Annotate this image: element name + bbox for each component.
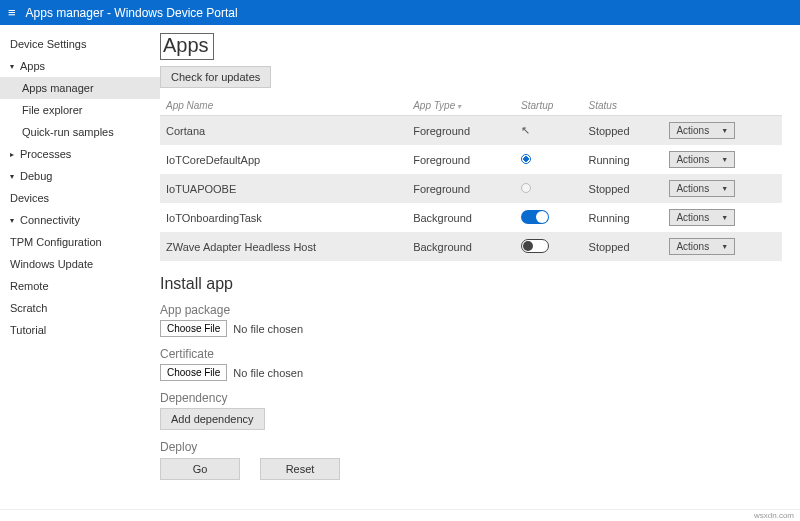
actions-dropdown[interactable]: Actions▼ (669, 151, 735, 168)
radio-off-icon (521, 183, 531, 193)
page-title: Apps (160, 33, 214, 60)
go-button[interactable]: Go (160, 458, 240, 480)
actions-dropdown[interactable]: Actions▼ (669, 238, 735, 255)
chevron-down-icon: ▼ (721, 214, 728, 221)
cell-startup[interactable] (515, 174, 583, 203)
actions-dropdown[interactable]: Actions▼ (669, 180, 735, 197)
table-row: IoTCoreDefaultApp Foreground Running Act… (160, 145, 782, 174)
actions-dropdown[interactable]: Actions▼ (669, 122, 735, 139)
title-bar: ≡ Apps manager - Windows Device Portal (0, 0, 800, 25)
table-row: Cortana Foreground ↖ Stopped Actions▼ (160, 116, 782, 146)
cursor-icon: ↖ (521, 124, 530, 137)
check-updates-button[interactable]: Check for updates (160, 66, 271, 88)
cell-app-name: Cortana (160, 116, 407, 146)
col-actions (663, 96, 782, 116)
nav-scratch[interactable]: Scratch (0, 297, 160, 319)
chevron-down-icon: ▼ (721, 156, 728, 163)
reset-button[interactable]: Reset (260, 458, 340, 480)
add-dependency-button[interactable]: Add dependency (160, 408, 265, 430)
toggle-on-icon (521, 210, 549, 224)
choose-file-package-button[interactable]: Choose File (160, 320, 227, 337)
col-startup[interactable]: Startup (515, 96, 583, 116)
cell-app-name: IoTUAPOOBE (160, 174, 407, 203)
dependency-label: Dependency (160, 391, 782, 405)
cell-app-type: Foreground (407, 174, 515, 203)
cell-app-name: IoTOnboardingTask (160, 203, 407, 232)
cell-startup[interactable]: ↖ (515, 116, 583, 146)
hamburger-icon[interactable]: ≡ (8, 5, 16, 20)
nav-devices[interactable]: Devices (0, 187, 160, 209)
sort-icon: ▾ (457, 102, 461, 111)
nav-connectivity[interactable]: Connectivity (0, 209, 160, 231)
nav-debug[interactable]: Debug (0, 165, 160, 187)
sidebar: Device Settings Apps Apps manager File e… (0, 25, 160, 509)
cell-startup[interactable] (515, 145, 583, 174)
col-status[interactable]: Status (583, 96, 664, 116)
toggle-off-icon (521, 239, 549, 253)
cell-app-type: Foreground (407, 116, 515, 146)
cell-status: Stopped (583, 174, 664, 203)
nav-apps[interactable]: Apps (0, 55, 160, 77)
nav-device-settings[interactable]: Device Settings (0, 33, 160, 55)
actions-dropdown[interactable]: Actions▼ (669, 209, 735, 226)
chevron-down-icon: ▼ (721, 185, 728, 192)
nav-file-explorer[interactable]: File explorer (0, 99, 160, 121)
cell-app-type: Background (407, 232, 515, 261)
nav-quick-run-samples[interactable]: Quick-run samples (0, 121, 160, 143)
col-app-type[interactable]: App Type▾ (407, 96, 515, 116)
nav-windows-update[interactable]: Windows Update (0, 253, 160, 275)
chevron-down-icon: ▼ (721, 127, 728, 134)
cell-app-type: Background (407, 203, 515, 232)
install-app-heading: Install app (160, 275, 782, 293)
cell-startup[interactable] (515, 203, 583, 232)
choose-file-certificate-button[interactable]: Choose File (160, 364, 227, 381)
col-app-name[interactable]: App Name (160, 96, 407, 116)
nav-tutorial[interactable]: Tutorial (0, 319, 160, 341)
apps-table: App Name App Type▾ Startup Status Cortan… (160, 96, 782, 261)
cell-status: Stopped (583, 232, 664, 261)
main-content: Apps Check for updates App Name App Type… (160, 25, 800, 509)
cell-startup[interactable] (515, 232, 583, 261)
watermark: wsxdn.com (754, 511, 794, 520)
cell-app-type: Foreground (407, 145, 515, 174)
radio-on-icon (521, 154, 531, 164)
cell-status: Running (583, 203, 664, 232)
chevron-down-icon: ▼ (721, 243, 728, 250)
certificate-label: Certificate (160, 347, 782, 361)
footer: wsxdn.com (0, 509, 800, 521)
table-row: IoTOnboardingTask Background Running Act… (160, 203, 782, 232)
deploy-label: Deploy (160, 440, 782, 454)
cell-app-name: ZWave Adapter Headless Host (160, 232, 407, 261)
nav-tpm-configuration[interactable]: TPM Configuration (0, 231, 160, 253)
nav-processes[interactable]: Processes (0, 143, 160, 165)
table-row: ZWave Adapter Headless Host Background S… (160, 232, 782, 261)
table-row: IoTUAPOOBE Foreground Stopped Actions▼ (160, 174, 782, 203)
cell-status: Stopped (583, 116, 664, 146)
nav-apps-manager[interactable]: Apps manager (0, 77, 160, 99)
package-file-status: No file chosen (233, 323, 303, 335)
cell-status: Running (583, 145, 664, 174)
certificate-file-status: No file chosen (233, 367, 303, 379)
window-title: Apps manager - Windows Device Portal (26, 6, 238, 20)
nav-remote[interactable]: Remote (0, 275, 160, 297)
app-package-label: App package (160, 303, 782, 317)
cell-app-name: IoTCoreDefaultApp (160, 145, 407, 174)
